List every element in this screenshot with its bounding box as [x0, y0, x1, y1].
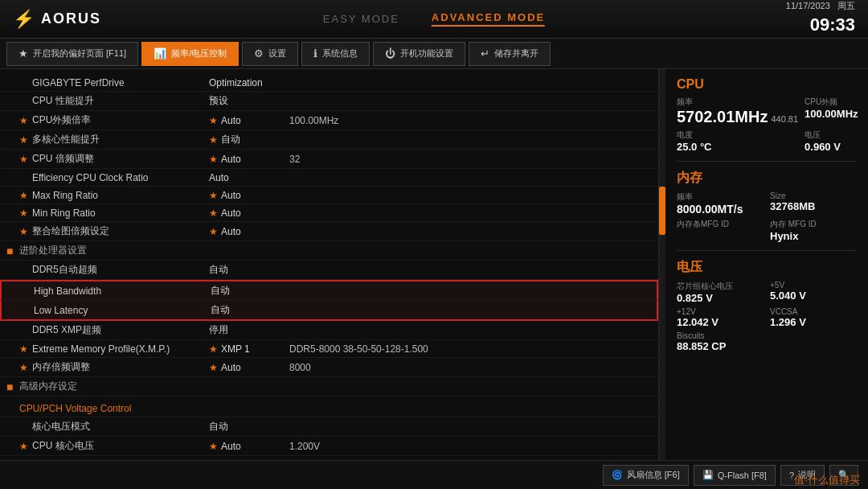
chipset-voltage-label: 芯片组核心电压 [677, 281, 764, 292]
setting-row-cpu-ext-ratio[interactable]: ★ CPU外频倍率 ★ Auto 100.00MHz [0, 111, 658, 130]
setting-value-cpu-core-voltage: ★ Auto [209, 441, 289, 452]
advanced-mode-label[interactable]: ADVANCED MODE [432, 11, 545, 27]
biscuits-value: 88.852 CP [677, 340, 764, 352]
setting-name-xmp-profile: Extreme Memory Profile(X.M.P.) [32, 343, 209, 355]
mem-size-value: 32768MB [770, 200, 857, 212]
mem-size-label: Size [770, 191, 857, 200]
voltage-section-title: 电压 [677, 259, 857, 276]
settings-icon: ⚙ [254, 47, 264, 60]
setting-row-gigabyte-perfdrive[interactable]: GIGABYTE PerfDrive Optimization [0, 74, 658, 92]
cpu-freq-sub: 440.81 [771, 114, 798, 124]
setting-name-adv-mem-settings: 高级内存设定 [19, 380, 196, 393]
setting-value-mem-freq-adj: ★ Auto [209, 362, 289, 373]
setting-row-igpu-freq[interactable]: ★ 整合绘图倍频设定 ★ Auto [0, 222, 658, 241]
setting-row-multi-core-boost[interactable]: ★ 多核心性能提升 ★ 自动 [0, 130, 658, 150]
date-line: 11/17/2023 周五 [786, 0, 855, 12]
setting-row-high-bandwidth[interactable]: High Bandwidth 自动 [0, 280, 658, 301]
setting-value-eff-cpu-clock: Auto [209, 172, 289, 183]
setting-value-gigabyte-perfdrive: Optimization [209, 77, 289, 88]
setting-name-ddr5-auto-oc: DDR5自动超频 [32, 263, 209, 277]
setting-name-gigabyte-perfdrive: GIGABYTE PerfDrive [32, 77, 209, 88]
setting-row-xmp-profile[interactable]: ★ Extreme Memory Profile(X.M.P.) ★ XMP 1… [0, 340, 658, 358]
mem-freq-label: 频率 [677, 191, 764, 203]
easy-mode-label[interactable]: EASY MODE [323, 13, 399, 25]
setting-row-ddr5-auto-oc[interactable]: DDR5自动超频 自动 [0, 261, 658, 280]
biscuits-label: Biscuits [677, 331, 764, 340]
save-exit-button[interactable]: ↵ 储存并离开 [469, 42, 551, 66]
12v-label: +12V [677, 307, 764, 316]
setting-value-cpu-ext-ratio: ★ Auto [209, 115, 289, 126]
setting-row-cpu-core-voltage[interactable]: ★ CPU 核心电压 ★ Auto 1.200V [0, 437, 658, 456]
12v-value: 12.042 V [677, 316, 764, 328]
setting-value-cpu-ratio-adj: ★ Auto [209, 154, 289, 165]
mem-mfg2-cell: 内存 MFG ID Hynix [770, 219, 857, 242]
setting-row-adv-cpu-settings[interactable]: ■ 进阶处理器设置 [0, 241, 658, 261]
fan-icon: 🌀 [612, 470, 623, 480]
setting-name-mem-freq-adj: 内存倍频调整 [32, 360, 209, 374]
mem-size-cell: Size 32768MB [770, 191, 857, 216]
save-icon: ↵ [481, 47, 489, 60]
setting-extra-cpu-ratio-adj: 32 [289, 154, 645, 165]
setting-name-eff-cpu-clock: Efficiency CPU Clock Ratio [32, 172, 209, 183]
cpu-freq-row: 5702.01MHz 440.81 [677, 108, 798, 126]
setting-row-ddr5-xmp[interactable]: DDR5 XMP超频 停用 [0, 321, 658, 340]
setting-row-eff-cpu-clock[interactable]: Efficiency CPU Clock Ratio Auto [0, 169, 658, 187]
freq-voltage-button[interactable]: 📊 频率/电压控制 [141, 42, 239, 66]
setting-row-core-voltage-mode[interactable]: 核心电压模式 自动 [0, 417, 658, 437]
star-indicator-mem-freq-adj: ★ [19, 362, 29, 373]
star-indicator-min-ring-ratio: ★ [19, 208, 29, 219]
setting-name-low-latency: Low Latency [34, 305, 211, 316]
setting-row-cpu-pch-voltage[interactable]: CPU/PCH Voltage Control [0, 397, 658, 417]
star-indicator-multi-core-boost: ★ [19, 134, 29, 146]
5v-value: 5.040 V [770, 290, 857, 302]
setting-extra-xmp-profile: DDR5-8000 38-50-50-128-1.500 [289, 343, 645, 355]
sysinfo-button[interactable]: ℹ 系统信息 [301, 42, 370, 66]
setting-row-cpu-ratio-adj[interactable]: ★ CPU 倍频调整 ★ Auto 32 [0, 150, 658, 169]
setting-row-min-ring-ratio[interactable]: ★ Min Ring Ratio ★ Auto [0, 204, 658, 222]
setting-name-cpu-core-voltage: CPU 核心电压 [32, 439, 209, 453]
setting-name-cpu-ratio-adj: CPU 倍频调整 [32, 152, 209, 166]
cpu-temp-cell: 电度 25.0 °C [677, 129, 798, 153]
setting-row-max-ring-ratio[interactable]: ★ Max Ring Ratio ★ Auto [0, 187, 658, 204]
power-icon: ⏻ [385, 47, 395, 60]
settings-button[interactable]: ⚙ 设置 [242, 42, 298, 66]
cpu-info-grid: 频率 5702.01MHz 440.81 CPU外频 100.00MHz 电度 … [677, 97, 857, 153]
mem-mfg-value [677, 230, 764, 242]
vccsa-value: 1.296 V [770, 316, 857, 328]
cpu-freq-value: 5702.01MHz [677, 108, 768, 126]
star-indicator-max-ring-ratio: ★ [19, 190, 29, 201]
info-icon: ℹ [313, 47, 317, 60]
help-icon: ? [789, 471, 794, 480]
star-indicator-cpu-core-voltage: ★ [19, 441, 29, 452]
vccsa-cell: VCCSA 1.296 V [770, 307, 857, 328]
fav-button[interactable]: ★ 开启我的偏好页面 [F11] [6, 42, 138, 66]
setting-value-xmp-profile: ★ XMP 1 [209, 343, 289, 355]
cpu-temp-value: 25.0 °C [677, 141, 798, 153]
scrollbar-thumb[interactable] [659, 187, 665, 235]
setting-value-high-bandwidth: 自动 [211, 284, 291, 298]
navbar: ★ 开启我的偏好页面 [F11] 📊 频率/电压控制 ⚙ 设置 ℹ 系统信息 ⏻… [0, 39, 868, 69]
settings-panel[interactable]: GIGABYTE PerfDrive Optimization CPU 性能提升… [0, 69, 659, 460]
setting-value-ddr5-xmp: 停用 [209, 323, 289, 337]
time-display: 09:33 [786, 13, 855, 38]
setting-row-cpu-perf-boost[interactable]: CPU 性能提升 预设 [0, 92, 658, 111]
setting-name-multi-core-boost: 多核心性能提升 [32, 133, 209, 146]
footer: 🌀 风扇信息 [F6] 💾 Q-Flash [F8] ? 说明 🔍 值·什么值得… [0, 460, 868, 489]
setting-name-max-ring-ratio: Max Ring Ratio [32, 190, 209, 201]
qflash-button[interactable]: 💾 Q-Flash [F8] [694, 465, 776, 486]
header: ⚡ AORUS EASY MODE ADVANCED MODE 11/17/20… [0, 0, 868, 39]
setting-value-igpu-freq: ★ Auto [209, 226, 289, 237]
setting-extra-cpu-core-voltage: 1.200V [289, 441, 645, 452]
cpu-ext-freq-value: 100.00MHz [805, 108, 858, 120]
aorus-icon: ⚡ [13, 9, 35, 30]
setting-name-igpu-freq: 整合绘图倍频设定 [32, 224, 209, 238]
setting-row-mem-freq-adj[interactable]: ★ 内存倍频调整 ★ Auto 8000 [0, 358, 658, 377]
fan-info-button[interactable]: 🌀 风扇信息 [F6] [603, 465, 689, 486]
power-button[interactable]: ⏻ 开机功能设置 [373, 42, 465, 66]
scrollbar-track[interactable] [659, 69, 665, 460]
5v-label: +5V [770, 281, 857, 290]
setting-value-low-latency: 自动 [211, 303, 291, 317]
setting-row-low-latency[interactable]: Low Latency 自动 [0, 301, 658, 321]
setting-row-adv-mem-settings[interactable]: ■ 高级内存设定 [0, 377, 658, 397]
main-layout: GIGABYTE PerfDrive Optimization CPU 性能提升… [0, 69, 868, 460]
